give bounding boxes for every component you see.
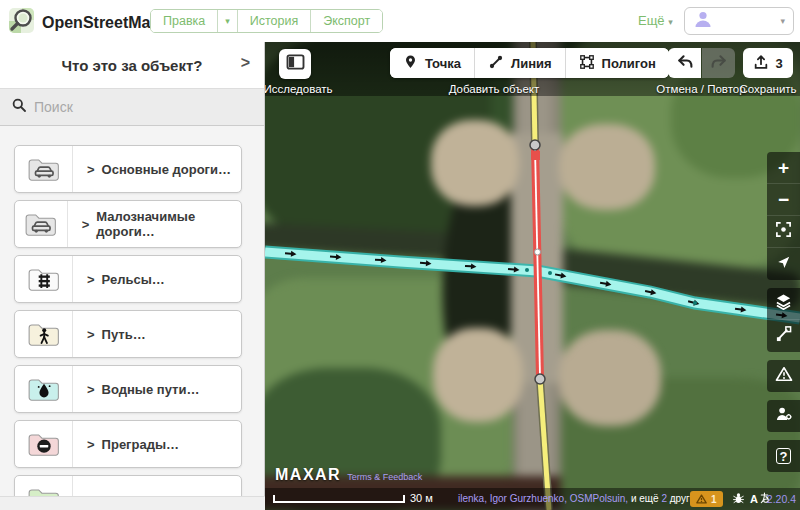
- osm-id-editor: OpenStreetMap Правка ▾ История Экспорт Е…: [0, 0, 800, 510]
- issues-button[interactable]: [767, 360, 800, 392]
- user-avatar-icon: [693, 9, 713, 33]
- history-button[interactable]: История: [238, 10, 311, 32]
- geolocate-button[interactable]: [767, 248, 800, 280]
- edit-dropdown-caret[interactable]: ▾: [218, 10, 238, 32]
- map-controls: + −: [767, 152, 800, 480]
- category-next-partial[interactable]: >: [14, 475, 242, 497]
- sidebar-layout-icon: [286, 54, 305, 74]
- category-barriers[interactable]: > Преграды…: [14, 420, 242, 468]
- add-line-button[interactable]: Линия: [475, 48, 566, 78]
- top-header: OpenStreetMap Правка ▾ История Экспорт Е…: [0, 0, 800, 42]
- bug-report-icon[interactable]: [732, 490, 745, 508]
- category-rails[interactable]: > Рельсы…: [14, 255, 242, 303]
- edit-button[interactable]: Правка: [151, 10, 218, 32]
- warning-triangle-icon: [775, 365, 793, 387]
- category-minor-roads[interactable]: > Малозначимые дороги…: [14, 200, 242, 248]
- undo-button[interactable]: [668, 48, 701, 78]
- header-nav: Правка ▾ История Экспорт: [150, 9, 383, 33]
- pedestrian-folder-icon: [15, 311, 73, 357]
- user-menu[interactable]: ▾: [684, 7, 794, 35]
- help-button[interactable]: ?: [767, 440, 800, 472]
- undo-arrow-icon: [676, 53, 694, 74]
- preset-category-list: > Основные дороги… > Малозначимые дороги…: [0, 127, 265, 497]
- redo-button-disabled[interactable]: [702, 48, 735, 78]
- polygon-label: Полигон: [602, 56, 656, 71]
- category-text: Рельсы…: [102, 272, 165, 287]
- category-label: > Малозначимые дороги…: [68, 201, 241, 247]
- category-paths[interactable]: > Путь…: [14, 310, 242, 358]
- category-text: Малозначимые дороги…: [96, 209, 241, 239]
- car-folder-icon: [15, 146, 73, 192]
- category-text: Основные дороги…: [102, 162, 231, 177]
- plus-icon: +: [778, 157, 789, 179]
- osm-logo-icon: [8, 7, 35, 38]
- category-label: > Путь…: [73, 311, 146, 357]
- category-label: > Водные пути…: [73, 366, 199, 412]
- navigation-arrow-icon: [776, 253, 791, 275]
- contributor-links[interactable]: ilenka, Igor Gurzhuenko, OSMPolsuin,: [458, 493, 628, 504]
- line-label: Линия: [511, 56, 552, 71]
- expand-chevron-icon: >: [87, 437, 95, 452]
- layers-icon: [775, 293, 792, 315]
- category-label: > Рельсы…: [73, 256, 165, 302]
- map-data-button[interactable]: [767, 320, 800, 352]
- collapse-sidebar-chevron-icon[interactable]: >: [241, 54, 250, 72]
- search-icon: [12, 98, 26, 116]
- category-label: > Основные дороги…: [73, 146, 231, 192]
- sidebar-title: Что это за объект?: [62, 57, 203, 74]
- save-button[interactable]: 3: [743, 48, 793, 78]
- category-waterways[interactable]: > Водные пути…: [14, 365, 242, 413]
- browse-mode-button[interactable]: [279, 49, 311, 79]
- more-menu[interactable]: Ещё ▾: [638, 13, 673, 28]
- data-vertex-icon: [775, 325, 792, 347]
- browse-label: Исследовать: [265, 83, 343, 95]
- zoom-in-button[interactable]: +: [767, 152, 800, 184]
- caret-down-icon: ▾: [668, 17, 673, 27]
- line-segment-icon: [488, 54, 504, 73]
- and-more-text: и ещё: [631, 493, 659, 504]
- frame-target-icon: [775, 221, 792, 243]
- save-count-badge: 3: [775, 56, 782, 71]
- zoom-out-button[interactable]: −: [767, 184, 800, 216]
- map-toolbar: Исследовать Точка Линия: [265, 42, 800, 96]
- point-label: Точка: [425, 56, 461, 71]
- expand-chevron-icon: >: [87, 327, 95, 342]
- terms-feedback-link[interactable]: Terms & Feedback: [347, 472, 422, 482]
- add-object-label: Добавить объект: [390, 83, 598, 95]
- add-point-button[interactable]: Точка: [390, 48, 475, 78]
- water-folder-icon: [15, 366, 73, 412]
- question-mark-icon: ?: [776, 448, 791, 464]
- preferences-button[interactable]: [767, 400, 800, 432]
- redo-arrow-icon: [710, 53, 728, 74]
- search-bar: [0, 88, 264, 126]
- zoom-to-selection-button[interactable]: [767, 216, 800, 248]
- polygon-icon: [579, 54, 595, 73]
- map-statusbar: 30 м ilenka, Igor Gurzhuenko, OSMPolsuin…: [265, 488, 800, 510]
- junction-vertex: [530, 140, 540, 150]
- version-link[interactable]: 2.20.4: [767, 493, 796, 505]
- user-gear-icon: [775, 405, 793, 427]
- sidebar-footer: [0, 496, 265, 510]
- category-label: > Преграды…: [73, 421, 179, 467]
- add-polygon-button[interactable]: Полигон: [566, 48, 669, 78]
- locale-latin-glyph: A: [750, 493, 758, 505]
- more-count-link[interactable]: 2: [661, 493, 667, 504]
- barrier-folder-icon: [15, 421, 73, 467]
- warning-triangle-icon: [696, 490, 707, 508]
- brand-title: OpenStreetMap: [42, 14, 160, 32]
- category-major-roads[interactable]: > Основные дороги…: [14, 145, 242, 193]
- minus-icon: −: [778, 189, 789, 211]
- map-canvas[interactable]: Исследовать Точка Линия: [265, 42, 800, 510]
- issues-indicator[interactable]: 1: [690, 491, 723, 507]
- point-pin-icon: [403, 53, 418, 73]
- upload-icon: [753, 54, 769, 73]
- search-input[interactable]: [34, 99, 252, 115]
- selected-way: [530, 140, 545, 384]
- category-text: Водные пути…: [102, 382, 200, 397]
- osm-brand[interactable]: OpenStreetMap: [8, 7, 160, 38]
- contributors-attribution: ilenka, Igor Gurzhuenko, OSMPolsuin, и е…: [458, 493, 708, 504]
- export-button[interactable]: Экспорт: [311, 10, 382, 32]
- backgrounds-button[interactable]: [767, 288, 800, 320]
- expand-chevron-icon: >: [82, 217, 90, 232]
- green-folder-icon: [15, 476, 73, 497]
